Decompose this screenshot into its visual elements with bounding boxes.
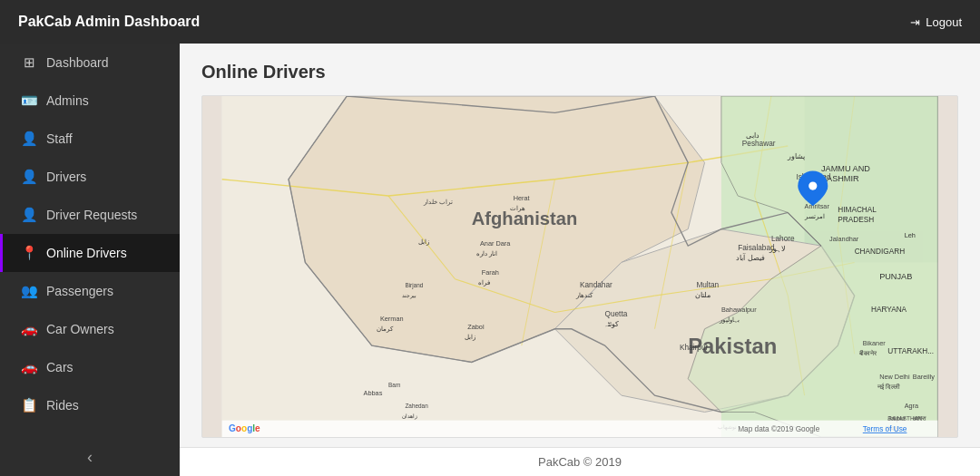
svg-text:بہاولپور: بہاولپور	[719, 316, 740, 324]
svg-text:پشاور: پشاور	[787, 152, 805, 160]
sidebar-item-dashboard[interactable]: ⊞Dashboard	[0, 44, 180, 82]
dashboard-label: Dashboard	[46, 55, 109, 70]
svg-text:नई दिल्ली: नई दिल्ली	[877, 383, 900, 391]
svg-text:Lahore: Lahore	[771, 235, 795, 243]
svg-text:تراب خلدار: تراب خلدار	[423, 198, 453, 206]
svg-text:کرمان: کرمان	[377, 325, 394, 333]
staff-icon: 👤	[21, 131, 37, 147]
svg-rect-89	[222, 421, 938, 437]
svg-text:Quetta: Quetta	[605, 310, 628, 318]
passengers-label: Passengers	[46, 284, 113, 298]
svg-text:Agra: Agra	[905, 402, 919, 410]
svg-text:زابل: زابل	[465, 333, 475, 341]
admins-icon: 🪪	[21, 92, 37, 109]
passengers-icon: 👥	[21, 283, 37, 299]
svg-text:Bam: Bam	[388, 382, 400, 388]
svg-text:HARYANA: HARYANA	[871, 306, 907, 314]
driver-requests-icon: 👤	[21, 207, 37, 223]
svg-text:Anar Dara: Anar Dara	[480, 239, 511, 248]
svg-text:Jalandhar: Jalandhar	[829, 235, 859, 243]
svg-text:Birjand: Birjand	[405, 282, 423, 289]
car-owners-icon: 🚗	[21, 321, 37, 337]
svg-text:CHANDIGARH: CHANDIGARH	[855, 248, 906, 256]
sidebar-item-drivers[interactable]: 👤Drivers	[0, 158, 180, 196]
svg-text:PRADESH: PRADESH	[838, 216, 874, 224]
admins-label: Admins	[46, 93, 89, 108]
rides-icon: 📋	[21, 397, 37, 413]
svg-text:UTTARAKH...: UTTARAKH...	[887, 347, 934, 355]
svg-text:Amritsar: Amritsar	[805, 202, 830, 210]
svg-text:Bikaner: Bikaner	[863, 339, 886, 347]
footer-text: PakCab © 2019	[538, 455, 622, 469]
sidebar-item-cars[interactable]: 🚗Cars	[0, 348, 180, 386]
svg-text:Abbas: Abbas	[364, 389, 383, 397]
drivers-icon: 👤	[21, 169, 37, 185]
svg-text:انار داره: انار داره	[476, 249, 497, 257]
sidebar-item-staff[interactable]: 👤Staff	[0, 120, 180, 158]
svg-text:Leh: Leh	[905, 231, 916, 239]
svg-text:کوئٹہ: کوئٹہ	[603, 320, 619, 328]
svg-text:Peshawar: Peshawar	[742, 140, 776, 148]
svg-text:لاہور: لاہور	[769, 245, 786, 253]
svg-text:Bahawalpur: Bahawalpur	[721, 306, 757, 314]
sidebar-item-passengers[interactable]: 👥Passengers	[0, 272, 180, 310]
sidebar: ⊞Dashboard🪪Admins👤Staff👤Drivers👤Driver R…	[0, 44, 180, 476]
driver-requests-label: Driver Requests	[46, 208, 137, 222]
sidebar-item-car-owners[interactable]: 🚗Car Owners	[0, 310, 180, 348]
layout: ⊞Dashboard🪪Admins👤Staff👤Drivers👤Driver R…	[0, 44, 980, 476]
svg-text:Khairpur: Khairpur	[680, 344, 708, 352]
car-owners-label: Car Owners	[46, 322, 114, 336]
sidebar-item-rides[interactable]: 📋Rides	[0, 386, 180, 424]
online-drivers-icon: 📍	[21, 245, 37, 261]
svg-text:زابل: زابل	[418, 238, 429, 246]
svg-text:دابی: دابی	[746, 131, 760, 140]
dashboard-icon: ⊞	[21, 54, 37, 71]
staff-label: Staff	[46, 131, 73, 146]
sidebar-item-admins[interactable]: 🪪Admins	[0, 82, 180, 120]
svg-text:Google: Google	[229, 423, 260, 433]
online-drivers-label: Online Drivers	[46, 246, 127, 260]
svg-text:هرات: هرات	[510, 204, 525, 212]
logout-label: Logout	[926, 15, 962, 29]
cars-icon: 🚗	[21, 359, 37, 375]
svg-point-88	[808, 181, 817, 189]
svg-text:ملتان: ملتان	[695, 291, 710, 299]
sidebar-toggle[interactable]: ‹	[0, 439, 180, 476]
svg-text:امرتسر: امرتسر	[804, 212, 825, 220]
svg-text:JAMMU AND: JAMMU AND	[821, 164, 870, 173]
svg-text:بیرجند: بیرجند	[402, 292, 416, 299]
sidebar-item-online-drivers[interactable]: 📍Online Drivers	[0, 234, 180, 272]
svg-text:Bareilly: Bareilly	[913, 373, 935, 381]
drivers-label: Drivers	[46, 170, 86, 184]
main-content: Online Drivers	[180, 44, 980, 476]
svg-text:فیصل آباد: فیصل آباد	[736, 253, 764, 262]
svg-text:Kerman: Kerman	[380, 315, 404, 323]
cars-label: Cars	[46, 360, 74, 374]
svg-text:RAJASTHAN: RAJASTHAN	[887, 415, 922, 422]
app-title: PakCab Admin Dashboard	[18, 14, 200, 30]
svg-text:Kandahar: Kandahar	[580, 281, 612, 289]
svg-text:New Delhi: New Delhi	[879, 373, 910, 381]
svg-text:HIMACHAL: HIMACHAL	[838, 206, 877, 214]
svg-text:PUNJAB: PUNJAB	[879, 272, 912, 281]
sidebar-item-driver-requests[interactable]: 👤Driver Requests	[0, 196, 180, 234]
svg-text:Zahedan: Zahedan	[405, 403, 428, 409]
map-container[interactable]: Afghanistan Pakistan JAMMU AND KASHMIR H…	[201, 95, 958, 438]
svg-text:Terms of Use: Terms of Use	[863, 425, 907, 433]
content-area: Online Drivers	[180, 44, 980, 447]
svg-text:Herat: Herat	[514, 194, 530, 202]
logout-icon: ⇥	[910, 15, 920, 29]
logout-button[interactable]: ⇥ Logout	[910, 15, 962, 29]
svg-text:زاهدان: زاهدان	[402, 413, 417, 420]
footer: PakCab © 2019	[180, 447, 980, 476]
page-title: Online Drivers	[201, 62, 958, 83]
svg-text:Zabol: Zabol	[467, 323, 485, 331]
header: PakCab Admin Dashboard ⇥ Logout	[0, 0, 980, 44]
rides-label: Rides	[46, 398, 79, 413]
svg-text:Map data ©2019 Google: Map data ©2019 Google	[738, 425, 819, 433]
svg-text:Multan: Multan	[696, 281, 719, 289]
map-svg: Afghanistan Pakistan JAMMU AND KASHMIR H…	[202, 96, 957, 437]
svg-text:Farah: Farah	[482, 268, 499, 277]
svg-text:کندهار: کندهار	[575, 291, 593, 299]
svg-text:बीकानेर: बीकानेर	[858, 349, 877, 357]
